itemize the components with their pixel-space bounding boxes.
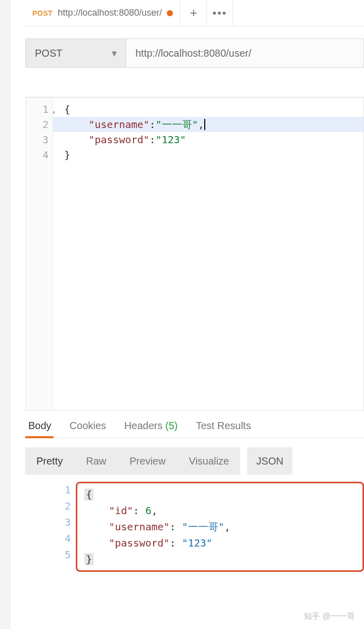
- code-token: "password": [109, 537, 169, 549]
- tab-headers[interactable]: Headers (5): [124, 420, 178, 432]
- method-select-value: POST: [35, 48, 62, 59]
- tab-overflow-button[interactable]: •••: [207, 0, 233, 26]
- line-number: 5: [25, 547, 71, 563]
- text-cursor: [204, 119, 205, 130]
- line-number: 1: [26, 102, 49, 117]
- url-input-value: http://localhost:8080/user/: [135, 48, 251, 59]
- line-number: 1: [25, 482, 71, 498]
- code-token: "123": [182, 537, 212, 549]
- response-code-highlight[interactable]: { "id": 6, "username": "一一哥", "password"…: [76, 482, 364, 572]
- code-token: "一一哥": [182, 521, 224, 533]
- method-select[interactable]: POST ▾: [25, 38, 126, 68]
- watermark: 知乎 @一一哥: [304, 611, 355, 622]
- code-token: "password": [88, 134, 149, 146]
- request-body-editor[interactable]: 1 2 3 4 { "username":"一一哥", "password":"…: [25, 97, 364, 411]
- headers-count: (5): [165, 420, 177, 431]
- code-token: }: [84, 553, 94, 565]
- format-select[interactable]: JSON: [247, 447, 292, 475]
- tab-body[interactable]: Body: [28, 420, 52, 432]
- tab-cookies[interactable]: Cookies: [70, 420, 106, 432]
- code-token: "id": [109, 505, 133, 517]
- ellipsis-icon: •••: [212, 7, 227, 20]
- code-token: "123": [156, 134, 186, 146]
- view-preview[interactable]: Preview: [129, 455, 165, 467]
- unsaved-dot-icon: [167, 10, 173, 16]
- tab-url: http://localhost:8080/user/: [58, 8, 162, 18]
- chevron-down-icon: ▾: [112, 47, 117, 59]
- code-token: "username": [109, 521, 169, 533]
- tab-test-results[interactable]: Test Results: [196, 420, 251, 432]
- line-number: 2: [25, 498, 71, 514]
- view-pretty[interactable]: Pretty: [36, 455, 63, 467]
- tabs-row: POST http://localhost:8080/user/ + •••: [25, 0, 364, 26]
- line-number: 3: [25, 514, 71, 530]
- view-mode-group: Pretty Raw Preview Visualize: [25, 447, 240, 475]
- left-gutter: [0, 0, 10, 629]
- new-tab-button[interactable]: +: [180, 0, 207, 26]
- line-number: 2: [26, 117, 49, 132]
- view-visualize[interactable]: Visualize: [189, 455, 229, 467]
- response-gutter: 1 2 3 4 5: [25, 482, 76, 572]
- code-token: 6: [145, 505, 151, 517]
- request-tab[interactable]: POST http://localhost:8080/user/: [25, 0, 180, 26]
- line-number: 4: [25, 530, 71, 547]
- tab-method-badge: POST: [32, 9, 53, 17]
- line-number: 3: [26, 132, 49, 147]
- format-select-value: JSON: [256, 455, 283, 467]
- response-tabs: Body Cookies Headers (5) Test Results: [25, 411, 364, 438]
- active-tab-underline: [25, 436, 54, 438]
- request-row: POST ▾ http://localhost:8080/user/: [25, 38, 364, 68]
- editor-code[interactable]: { "username":"一一哥", "password":"123" }: [53, 98, 363, 410]
- editor-gutter: 1 2 3 4: [26, 98, 53, 410]
- response-body: 1 2 3 4 5 { "id": 6, "username": "一一哥", …: [25, 482, 364, 572]
- plus-icon: +: [190, 5, 197, 21]
- response-toolbar: Pretty Raw Preview Visualize JSON: [25, 447, 364, 475]
- code-token: {: [64, 103, 70, 115]
- code-token: "一一哥": [156, 118, 198, 131]
- body-type-row: [25, 78, 364, 97]
- code-token: }: [64, 149, 70, 161]
- line-number: 4: [26, 147, 49, 162]
- url-input[interactable]: http://localhost:8080/user/: [126, 38, 364, 68]
- view-raw[interactable]: Raw: [86, 455, 106, 467]
- code-token: {: [84, 488, 94, 500]
- code-token: "username": [88, 118, 149, 131]
